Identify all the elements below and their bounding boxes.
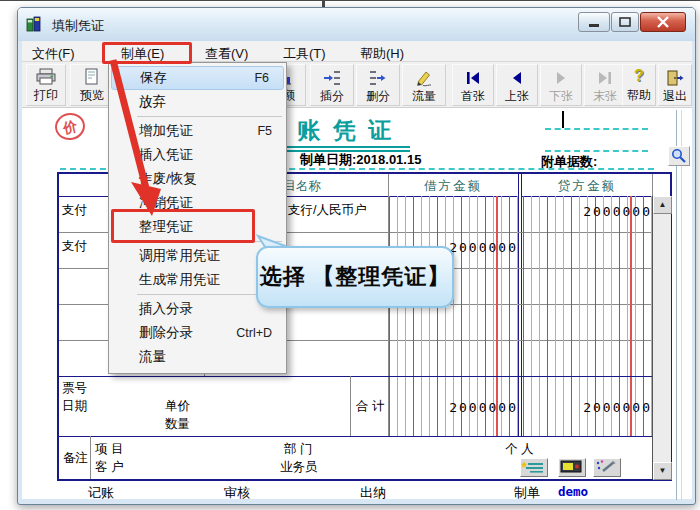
note-dept-label: 部 门 xyxy=(284,441,312,458)
menu-file[interactable]: 文件(F) xyxy=(32,45,75,63)
menu-item-label: 作废/恢复 xyxy=(139,171,197,186)
menu-item-label: 删除分录 xyxy=(139,325,193,340)
help-label: 帮助 xyxy=(623,87,655,103)
note-wand-tool-button[interactable] xyxy=(593,458,621,477)
sign-audit-label: 审核 xyxy=(224,484,250,502)
exit-button[interactable]: 退出 xyxy=(658,64,692,106)
menu-item-void-restore[interactable]: 作废/恢复 xyxy=(109,167,286,191)
menu-item-save[interactable]: 保存F6 xyxy=(111,66,284,90)
delete-entry-button[interactable]: 删分 xyxy=(356,64,400,106)
credit-ruling xyxy=(523,196,652,376)
print-button[interactable]: 打印 xyxy=(26,64,66,106)
note-device-tool-button[interactable] xyxy=(558,458,586,477)
inner-frame-line-2 xyxy=(681,110,682,500)
voucher-date: 制单日期:2018.01.15 xyxy=(300,151,421,169)
menu-item-add-voucher[interactable]: 增加凭证F5 xyxy=(109,119,286,143)
maker-name: demo xyxy=(558,484,588,499)
col-header-credit: 贷方金额 xyxy=(522,178,652,195)
menu-tools[interactable]: 工具(T) xyxy=(283,45,326,63)
app-icon xyxy=(26,16,44,32)
menu-view[interactable]: 查看(V) xyxy=(205,45,248,63)
prev-icon xyxy=(508,68,526,88)
delete-entry-label: 删分 xyxy=(357,88,399,104)
text-cursor xyxy=(562,111,564,128)
menu-item-label: 调用常用凭证 xyxy=(139,248,220,263)
ticket-label: 票号 xyxy=(62,380,87,397)
date-value[interactable]: 2018.01.15 xyxy=(356,152,421,167)
voucher-field-2[interactable] xyxy=(545,150,648,152)
preview-label: 预览 xyxy=(71,87,113,103)
total-debit-amount: 2000000 xyxy=(389,400,540,415)
menu-item-label: 保存 xyxy=(140,70,167,85)
minimize-icon xyxy=(579,13,609,31)
help-icon: ? xyxy=(623,67,655,87)
printer-icon xyxy=(36,67,56,87)
next-icon xyxy=(552,68,570,88)
prev-voucher-button[interactable]: 上张 xyxy=(496,64,538,106)
insert-entry-button[interactable]: 插分 xyxy=(310,64,354,106)
scroll-down-button[interactable]: ▼ xyxy=(653,462,672,480)
note-section-line xyxy=(59,436,670,437)
exit-door-icon xyxy=(666,68,684,88)
lookup-button[interactable] xyxy=(668,146,690,166)
row1-account[interactable]: 支行/人民币户 xyxy=(288,202,366,219)
date-label: 制单日期: xyxy=(300,152,356,167)
menu-item-label: 流量 xyxy=(139,349,166,364)
minimize-button[interactable] xyxy=(578,12,610,32)
menu-item-delete-entry[interactable]: 删除分录Ctrl+D xyxy=(109,321,286,345)
pen-icon xyxy=(415,68,433,88)
menu-item-label: 放弃 xyxy=(139,94,166,109)
last-voucher-button[interactable]: 末张 xyxy=(584,64,626,106)
note-person-label: 个 人 xyxy=(505,441,533,458)
close-icon xyxy=(641,13,685,31)
qty-label: 数量 xyxy=(165,416,190,433)
menu-item-flow[interactable]: 流量 xyxy=(109,345,286,369)
notes-icon xyxy=(521,459,545,474)
device-icon xyxy=(559,459,583,474)
annotation-box-menu-edit xyxy=(102,42,192,64)
menu-separator xyxy=(137,116,282,117)
note-customer-label: 客 户 xyxy=(95,459,123,476)
scroll-up-button[interactable]: ▲ xyxy=(653,196,672,214)
insert-entry-icon xyxy=(323,68,341,88)
note-list-tool-button[interactable] xyxy=(520,458,548,477)
menu-shortcut: Ctrl+D xyxy=(236,321,272,345)
sign-book-label: 记账 xyxy=(88,484,114,502)
note-label: 备注 xyxy=(63,450,88,467)
parent-window-edge xyxy=(0,0,700,1)
flow-button[interactable]: 流量 xyxy=(402,64,446,106)
first-icon xyxy=(464,68,482,88)
table-scrollbar[interactable]: ▲ ▼ xyxy=(652,196,671,479)
row1-summary[interactable]: 支付 xyxy=(62,202,87,219)
first-voucher-button[interactable]: 首张 xyxy=(452,64,494,106)
menu-item-label: 插入凭证 xyxy=(139,147,193,162)
preview-icon xyxy=(83,67,101,87)
menu-help[interactable]: 帮助(H) xyxy=(360,45,404,63)
note-salesman-label: 业务员 xyxy=(280,459,318,476)
callout-bubble: 选择 【整理凭证】 xyxy=(256,246,454,308)
annotation-box-organize-voucher xyxy=(111,209,255,243)
menu-item-discard[interactable]: 放弃 xyxy=(109,90,286,114)
last-label: 末张 xyxy=(585,88,625,104)
exit-label: 退出 xyxy=(659,88,691,104)
row2-summary[interactable]: 支付 xyxy=(62,238,87,255)
debit-credit-divider xyxy=(518,174,522,436)
total-divider xyxy=(350,376,351,436)
maximize-icon xyxy=(612,13,638,31)
insert-entry-label: 插分 xyxy=(311,88,353,104)
sign-cashier-label: 出纳 xyxy=(360,484,386,502)
inner-frame-line xyxy=(676,110,677,500)
menu-item-insert-voucher[interactable]: 插入凭证 xyxy=(109,143,286,167)
next-voucher-button[interactable]: 下张 xyxy=(540,64,582,106)
note-item-label: 项 目 xyxy=(95,441,123,458)
voucher-no-field[interactable] xyxy=(545,128,648,130)
delete-entry-icon xyxy=(369,68,387,88)
total-label: 合 计 xyxy=(356,398,384,415)
maximize-button[interactable] xyxy=(611,12,639,32)
flow-label: 流量 xyxy=(403,88,445,104)
close-button[interactable] xyxy=(640,12,686,32)
magic-wand-icon xyxy=(594,459,618,474)
help-button[interactable]: ? 帮助 xyxy=(622,64,656,106)
menu-item-label: 冲销凭证 xyxy=(139,195,193,210)
menu-item-label: 增加凭证 xyxy=(139,123,193,138)
